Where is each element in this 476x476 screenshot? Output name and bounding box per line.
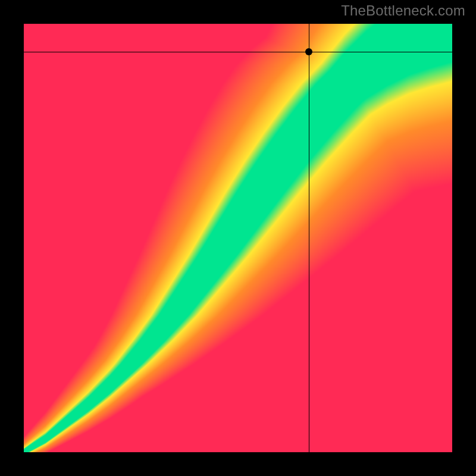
plot-area bbox=[24, 24, 452, 452]
crosshair-vertical bbox=[309, 24, 309, 452]
watermark: TheBottleneck.com bbox=[341, 2, 465, 19]
chart-frame: TheBottleneck.com bbox=[0, 0, 476, 476]
crosshair-marker bbox=[305, 48, 312, 55]
heatmap-canvas bbox=[24, 24, 452, 452]
crosshair-horizontal bbox=[24, 52, 452, 52]
